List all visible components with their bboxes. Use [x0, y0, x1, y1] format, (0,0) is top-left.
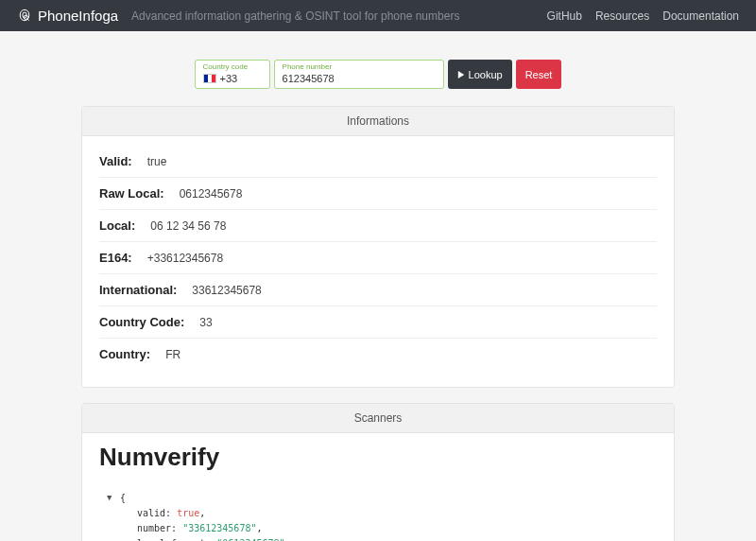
country-code-field[interactable]: Country code +33 — [195, 60, 270, 89]
country-code-value: +33 — [220, 73, 238, 84]
lookup-form: Country code +33 Phone number Lookup Res… — [81, 60, 675, 89]
info-value: true — [147, 155, 167, 168]
info-row: Raw Local:0612345678 — [99, 178, 657, 210]
informations-header: Informations — [82, 107, 674, 136]
nav-resources[interactable]: Resources — [595, 9, 649, 23]
info-value: 0612345678 — [180, 187, 243, 201]
play-icon — [457, 71, 465, 79]
info-row: International:33612345678 — [99, 274, 657, 306]
informations-card: Informations Valid:trueRaw Local:0612345… — [81, 106, 675, 388]
scanners-card: Scanners Numverify ▼ {valid: true,number… — [81, 403, 675, 541]
info-label: E164: — [99, 251, 132, 265]
brand-text: PhoneInfoga — [38, 8, 118, 24]
flag-icon — [203, 74, 216, 83]
country-code-label: Country code — [203, 63, 262, 71]
lookup-button[interactable]: Lookup — [448, 60, 512, 89]
nav-documentation[interactable]: Documentation — [662, 9, 739, 23]
json-output: ▼ {valid: true,number: "33612345678",loc… — [99, 491, 657, 541]
info-value: FR — [165, 348, 180, 361]
fingerprint-icon — [17, 9, 32, 24]
info-row: Country Code:33 — [99, 306, 657, 339]
info-row: E164:+33612345678 — [99, 242, 657, 274]
brand[interactable]: PhoneInfoga — [17, 8, 118, 24]
info-value: 06 12 34 56 78 — [150, 219, 226, 233]
scanners-header: Scanners — [82, 404, 674, 433]
info-value: +33612345678 — [147, 252, 223, 265]
phone-number-input[interactable] — [283, 73, 436, 84]
scanner-title: Numverify — [99, 443, 657, 472]
phone-number-field: Phone number — [274, 60, 444, 89]
info-label: International: — [99, 283, 177, 297]
tagline: Advanced information gathering & OSINT t… — [131, 9, 546, 23]
info-row: Country:FR — [99, 339, 657, 370]
svg-line-1 — [27, 18, 29, 20]
info-label: Country: — [99, 347, 150, 361]
info-label: Country Code: — [99, 315, 184, 329]
info-value: 33 — [199, 316, 212, 329]
nav-github[interactable]: GitHub — [547, 9, 582, 23]
nav-links: GitHub Resources Documentation — [547, 9, 739, 23]
info-row: Valid:true — [99, 146, 657, 178]
info-label: Valid: — [99, 154, 132, 168]
navbar: PhoneInfoga Advanced information gatheri… — [0, 0, 756, 31]
collapse-icon[interactable]: ▼ — [107, 491, 112, 504]
info-value: 33612345678 — [192, 284, 261, 297]
reset-button[interactable]: Reset — [516, 60, 562, 89]
phone-number-label: Phone number — [283, 63, 436, 71]
info-label: Local: — [99, 218, 135, 233]
info-label: Raw Local: — [99, 186, 164, 201]
info-row: Local:06 12 34 56 78 — [99, 210, 657, 242]
